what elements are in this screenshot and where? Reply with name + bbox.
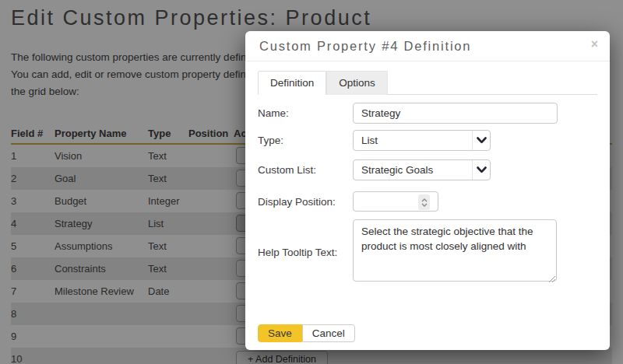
custom-property-dialog: Custom Property #4 Definition × Definiti…	[245, 31, 610, 350]
name-input[interactable]	[353, 103, 558, 124]
close-icon[interactable]: ×	[591, 38, 598, 51]
type-row: Type: List	[258, 130, 597, 151]
name-row: Name:	[258, 103, 597, 124]
help-tooltip-wrap: Select the strategic objective that the …	[353, 219, 557, 285]
display-position-input[interactable]	[353, 191, 438, 212]
type-select[interactable]: List	[353, 130, 491, 151]
dialog-buttons: Save Cancel	[258, 324, 597, 342]
cancel-button[interactable]: Cancel	[302, 324, 355, 342]
type-select-value: List	[361, 135, 378, 146]
name-label: Name:	[258, 107, 353, 119]
save-button[interactable]: Save	[258, 324, 302, 342]
tab-options[interactable]: Options	[326, 71, 388, 95]
type-label: Type:	[258, 135, 353, 146]
help-tooltip-label: Help Tooltip Text:	[258, 247, 353, 258]
tab-definition[interactable]: Definition	[258, 71, 326, 95]
custom-list-select[interactable]: Strategic Goals	[353, 159, 491, 180]
chevron-down-icon	[472, 131, 490, 150]
dialog-body: Definition Options Name: Type: List Cust…	[245, 61, 610, 342]
number-spinner[interactable]	[418, 194, 430, 210]
dialog-title: Custom Property #4 Definition	[259, 39, 471, 54]
display-position-label: Display Position:	[258, 196, 353, 208]
spinner-up-icon	[421, 198, 428, 202]
chevron-down-icon	[472, 160, 490, 180]
tab-bar: Definition Options	[258, 71, 597, 95]
definition-form: Name: Type: List Custom List: Strategic …	[258, 103, 597, 342]
custom-list-row: Custom List: Strategic Goals	[258, 159, 597, 180]
custom-list-select-value: Strategic Goals	[361, 164, 433, 176]
display-position-row: Display Position:	[258, 191, 597, 212]
help-tooltip-row: Help Tooltip Text: Select the strategic …	[258, 219, 597, 285]
spinner-down-icon	[421, 203, 428, 207]
custom-list-label: Custom List:	[258, 164, 353, 176]
dialog-header: Custom Property #4 Definition ×	[245, 31, 610, 61]
help-tooltip-textarea[interactable]: Select the strategic objective that the …	[353, 219, 557, 282]
